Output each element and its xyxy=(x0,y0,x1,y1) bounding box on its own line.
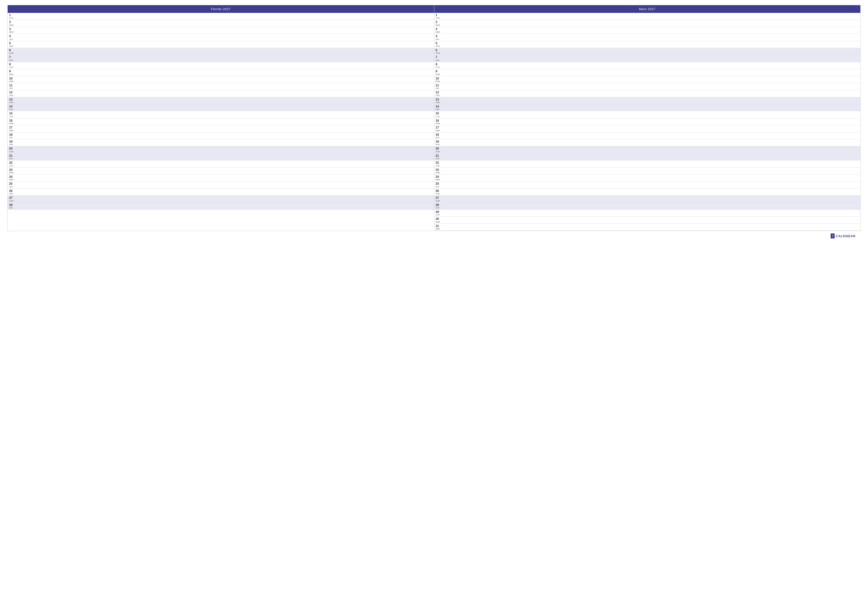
day-name: JEU xyxy=(9,137,17,138)
day-number: 4 xyxy=(436,34,443,38)
day-name: DIM xyxy=(9,109,17,110)
day-row: 15LUN xyxy=(434,111,860,118)
day-row: 14DIM xyxy=(8,104,434,111)
day-row: 14DIM xyxy=(434,104,860,111)
day-cell: 7DIM xyxy=(436,56,443,61)
day-cell: 4JEU xyxy=(436,34,443,40)
day-name: MAR xyxy=(436,172,443,174)
day-number: 3 xyxy=(436,28,443,31)
day-number: 3 xyxy=(9,28,17,31)
calendar-mars: Mars 20271LUN2MAR3MER4JEU5VEN6SAM7DIM8LU… xyxy=(434,5,861,231)
day-cell: 20SAM xyxy=(436,147,443,152)
day-row: 11JEU xyxy=(8,83,434,90)
day-row: 4JEU xyxy=(434,34,860,41)
day-name: VEN xyxy=(436,95,443,96)
day-row: 21DIM xyxy=(434,154,860,160)
day-row: 5VEN xyxy=(8,41,434,48)
day-name: MAR xyxy=(9,73,17,76)
day-row: 1LUN xyxy=(8,13,434,20)
day-row: 23MAR xyxy=(8,168,434,174)
day-row: 29LUN xyxy=(434,210,860,217)
day-number: 6 xyxy=(436,48,443,52)
day-number: 7 xyxy=(9,56,17,59)
day-name: MER xyxy=(9,81,17,82)
day-name: LUN xyxy=(436,214,443,216)
day-cell: 13SAM xyxy=(9,98,17,104)
day-cell: 10MER xyxy=(9,77,17,82)
day-name: MER xyxy=(9,179,17,181)
day-number: 7 xyxy=(436,56,443,59)
day-row: 9MAR xyxy=(434,69,860,76)
day-row: 8LUN xyxy=(8,62,434,69)
day-row: 28DIM xyxy=(8,203,434,210)
day-number: 13 xyxy=(436,98,443,101)
calendar-icon: 7 xyxy=(831,233,835,238)
day-number: 11 xyxy=(436,84,443,87)
footer-area: 7 CALENDAR xyxy=(8,231,860,241)
day-cell: 6SAM xyxy=(9,48,17,54)
day-number: 30 xyxy=(436,217,443,221)
day-row: 19VEN xyxy=(8,139,434,146)
day-name: JEU xyxy=(436,186,443,188)
day-row: 18JEU xyxy=(8,132,434,139)
day-row: 24MER xyxy=(8,174,434,182)
day-cell: 1LUN xyxy=(9,13,17,19)
day-number: 24 xyxy=(436,175,443,179)
day-cell: 30MAR xyxy=(436,217,443,223)
day-name: SAM xyxy=(436,151,443,153)
day-row: 3MER xyxy=(434,27,860,34)
day-cell: 16MAR xyxy=(436,119,443,124)
day-name: LUN xyxy=(436,116,443,118)
day-cell: 16MAR xyxy=(9,119,17,124)
day-cell: 11JEU xyxy=(9,84,17,89)
day-cell: 26VEN xyxy=(436,189,443,195)
day-number: 19 xyxy=(9,140,17,143)
day-number: 29 xyxy=(436,210,443,214)
day-cell: 14DIM xyxy=(436,105,443,110)
day-cell: 15LUN xyxy=(436,112,443,117)
footer-logo: 7 CALENDAR xyxy=(831,233,856,238)
day-row: 6SAM xyxy=(434,48,860,55)
day-row: 21DIM xyxy=(8,154,434,160)
day-row: 3MER xyxy=(8,27,434,34)
day-cell: 20SAM xyxy=(9,147,17,152)
day-cell: 27SAM xyxy=(436,196,443,202)
day-number: 2 xyxy=(9,20,17,24)
day-cell: 2MAR xyxy=(436,20,443,26)
day-cell: 10MER xyxy=(436,77,443,82)
day-row: 9MAR xyxy=(8,69,434,76)
day-cell: 4JEU xyxy=(9,34,17,40)
day-cell: 21DIM xyxy=(436,154,443,160)
day-number: 5 xyxy=(9,42,17,45)
day-number: 23 xyxy=(9,168,17,172)
day-number: 6 xyxy=(9,48,17,52)
day-name: MER xyxy=(436,31,443,33)
day-row: 12VEN xyxy=(434,90,860,97)
day-number: 20 xyxy=(9,147,17,150)
day-name: MAR xyxy=(9,24,17,26)
day-name: DIM xyxy=(436,158,443,160)
day-cell: 1LUN xyxy=(436,13,443,19)
day-row: 31MER xyxy=(434,224,860,231)
day-row: 30MAR xyxy=(434,217,860,224)
day-row: 27SAM xyxy=(8,196,434,202)
day-row: 17MER xyxy=(434,125,860,132)
day-cell: 27SAM xyxy=(9,196,17,202)
day-name: SAM xyxy=(9,101,17,104)
day-name: VEN xyxy=(9,95,17,96)
day-row: 15LUN xyxy=(8,111,434,118)
day-cell: 23MAR xyxy=(436,168,443,174)
day-number: 23 xyxy=(436,168,443,172)
day-cell: 24MER xyxy=(436,175,443,181)
day-number: 8 xyxy=(9,63,17,66)
app-name-label: CALENDAR xyxy=(835,234,856,238)
day-number: 18 xyxy=(9,133,17,137)
day-name: MAR xyxy=(9,123,17,124)
calendar-header-fevrier: Février 2027 xyxy=(8,5,434,13)
day-number: 16 xyxy=(9,119,17,122)
day-row: 5VEN xyxy=(434,41,860,48)
day-row: 25JEU xyxy=(8,182,434,188)
day-name: DIM xyxy=(9,158,17,160)
day-cell: 25JEU xyxy=(9,182,17,188)
day-row: 26VEN xyxy=(8,189,434,196)
